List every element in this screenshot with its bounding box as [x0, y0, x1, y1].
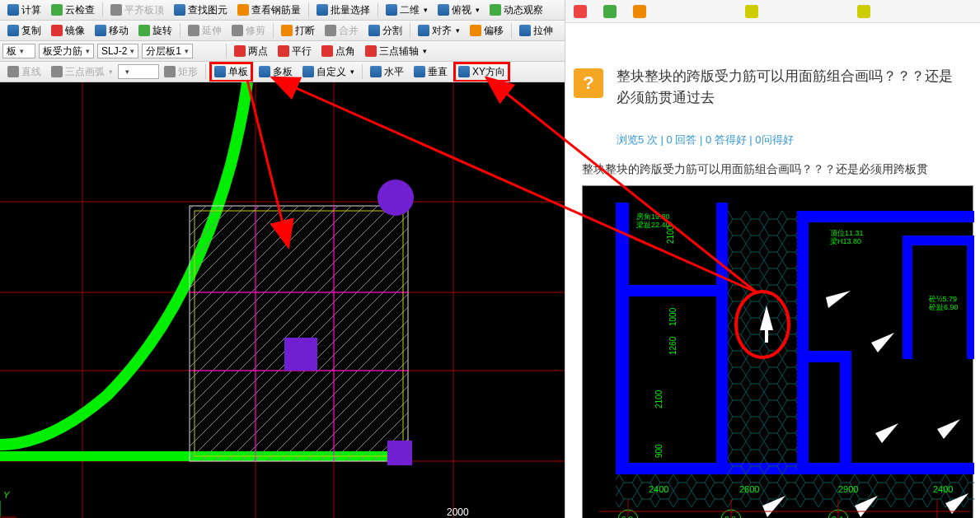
- svg-rect-11: [190, 206, 408, 461]
- svg-rect-18: [284, 338, 317, 371]
- move-button[interactable]: 移动: [91, 21, 133, 40]
- svg-rect-23: [616, 203, 629, 474]
- multi-board-label: 多板: [273, 65, 293, 79]
- stretch-button[interactable]: 拉伸: [515, 21, 557, 40]
- extend-button[interactable]: 延伸: [184, 21, 226, 40]
- custom-label: 自定义: [317, 65, 346, 79]
- offset-icon: [470, 25, 481, 36]
- mirror-label: 镜像: [65, 24, 85, 38]
- line-button[interactable]: 直线: [3, 63, 45, 82]
- horiz-label: 水平: [384, 65, 404, 79]
- two-point-label: 两点: [248, 44, 268, 58]
- offset-button[interactable]: 偏移: [466, 21, 508, 40]
- merge-button[interactable]: 合并: [321, 21, 363, 40]
- split-button[interactable]: 分割: [364, 21, 406, 40]
- cad-viewport[interactable]: Y 2000: [0, 82, 565, 518]
- single-board-button[interactable]: 单板: [209, 62, 253, 82]
- rebar-type-dropdown[interactable]: 板受力筋: [39, 44, 94, 58]
- parallel-button[interactable]: 平行: [274, 42, 316, 61]
- svg-rect-28: [797, 211, 974, 222]
- batch-select-button[interactable]: 批量选择: [312, 1, 374, 20]
- batch-icon: [317, 4, 328, 16]
- dynamic-view-button[interactable]: 动态观察: [485, 1, 547, 20]
- extend-icon: [188, 25, 199, 36]
- svg-text:砼½5.79: 砼½5.79: [928, 295, 957, 303]
- copy-button[interactable]: 复制: [3, 21, 45, 40]
- svg-point-17: [377, 180, 414, 216]
- rebar-label: 查看钢筋量: [251, 3, 301, 17]
- horiz-icon: [370, 66, 382, 77]
- tab-icon-1[interactable]: [574, 5, 587, 18]
- 2d-button[interactable]: 二维▾: [382, 1, 432, 20]
- layer-dropdown[interactable]: 分层板1: [142, 44, 193, 58]
- multi-board-button[interactable]: 多板: [255, 63, 297, 82]
- 2d-icon: [386, 4, 397, 16]
- rotate-button[interactable]: 旋转: [134, 21, 176, 40]
- view-rebar-button[interactable]: 查看钢筋量: [233, 1, 305, 20]
- cad-application: 计算 云检查 平齐板顶 查找图元 查看钢筋量 批量选择 二维▾ 俯视▾ 动态观察…: [0, 0, 565, 518]
- parallel-icon: [278, 45, 289, 57]
- question-stats[interactable]: 浏览5 次 | 0 回答 | 0 答得好 | 0问得好: [617, 133, 964, 147]
- align-icon: [418, 25, 429, 36]
- 2d-label: 二维: [400, 3, 420, 17]
- stretch-icon: [519, 25, 531, 36]
- svg-rect-29: [797, 351, 846, 362]
- xy-direction-button[interactable]: XY方向: [453, 62, 510, 82]
- rebar-icon: [237, 4, 249, 16]
- question-icon: ?: [574, 68, 603, 98]
- slj-dropdown[interactable]: SLJ-2: [97, 44, 138, 58]
- rect-button[interactable]: 矩形: [160, 63, 202, 82]
- svg-rect-35: [728, 211, 797, 474]
- calc-button[interactable]: 计算: [3, 1, 45, 20]
- svg-rect-32: [903, 236, 912, 359]
- vert-icon: [414, 66, 425, 77]
- arc-button[interactable]: 三点画弧▾: [47, 63, 117, 82]
- svg-rect-33: [967, 236, 974, 359]
- rotate-label: 旋转: [152, 24, 172, 38]
- break-icon: [281, 25, 293, 36]
- svg-text:2600: 2600: [739, 484, 759, 494]
- svg-text:2400: 2400: [649, 484, 668, 494]
- trim-label: 修剪: [246, 24, 265, 38]
- toolbar-row-1: 计算 云检查 平齐板顶 查找图元 查看钢筋量 批量选择 二维▾ 俯视▾ 动态观察: [0, 0, 565, 21]
- toolbar-row-4: 直线 三点画弧▾ 矩形 单板 多板 自定义▾ 水平 垂直 XY方向: [0, 62, 565, 82]
- coord-label: 2000: [447, 506, 469, 518]
- parallel-label: 平行: [292, 44, 312, 58]
- break-label: 打断: [295, 24, 315, 38]
- svg-rect-31: [903, 236, 974, 245]
- level-button[interactable]: 平齐板顶: [106, 1, 168, 20]
- svg-text:顶位11.31: 顶位11.31: [830, 229, 864, 237]
- svg-text:2900: 2900: [838, 484, 858, 494]
- svg-marker-38: [826, 291, 851, 308]
- rect-label: 矩形: [178, 65, 198, 79]
- single-board-label: 单板: [228, 65, 248, 79]
- category-dropdown[interactable]: 板: [2, 44, 35, 58]
- horizontal-button[interactable]: 水平: [366, 63, 408, 82]
- svg-marker-39: [871, 333, 894, 352]
- point-angle-button[interactable]: 点角: [317, 42, 359, 61]
- empty-dropdown[interactable]: [118, 64, 159, 79]
- find-element-button[interactable]: 查找图元: [170, 1, 232, 20]
- mirror-button[interactable]: 镜像: [47, 21, 89, 40]
- align-button[interactable]: 对齐▾: [414, 21, 464, 40]
- trim-button[interactable]: 修剪: [227, 21, 270, 40]
- offset-label: 偏移: [484, 24, 504, 38]
- vertical-button[interactable]: 垂直: [410, 63, 452, 82]
- tab-icon-3[interactable]: [633, 5, 646, 18]
- svg-rect-36: [616, 474, 974, 507]
- three-point-icon: [365, 45, 377, 57]
- tab-icon-5[interactable]: [857, 5, 870, 18]
- break-button[interactable]: 打断: [277, 21, 319, 40]
- cloud-check-button[interactable]: 云检查: [47, 1, 99, 20]
- svg-text:梁趾22.40: 梁趾22.40: [636, 221, 670, 229]
- svg-rect-25: [716, 203, 728, 474]
- svg-text:900: 900: [654, 444, 663, 458]
- top-view-button[interactable]: 俯视▾: [434, 1, 484, 20]
- tab-icon-4[interactable]: [745, 5, 758, 18]
- two-point-button[interactable]: 两点: [230, 42, 272, 61]
- tab-icon-2[interactable]: [603, 5, 617, 18]
- custom-button[interactable]: 自定义▾: [298, 63, 359, 82]
- three-point-aux-button[interactable]: 三点辅轴▾: [361, 42, 431, 61]
- svg-text:房角19.80: 房角19.80: [636, 212, 670, 221]
- single-board-icon: [214, 66, 226, 77]
